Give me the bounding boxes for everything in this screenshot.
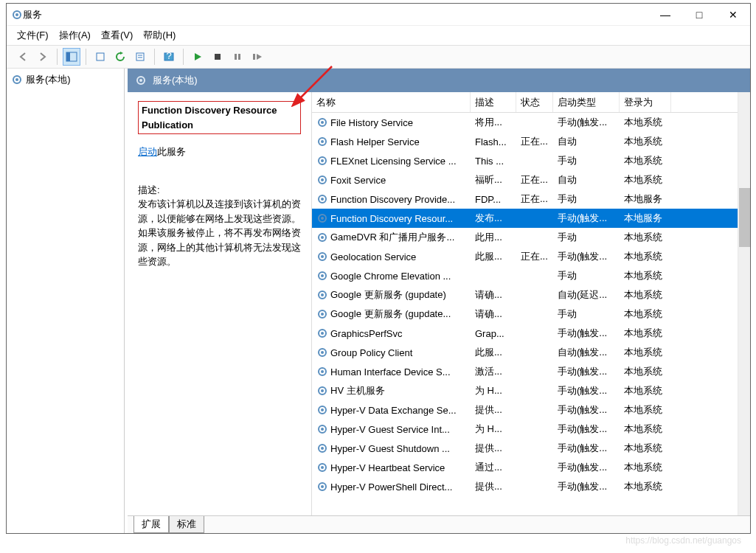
refresh-button[interactable] — [111, 48, 129, 66]
close-button[interactable]: ✕ — [716, 4, 750, 26]
service-start: 手动(触发... — [553, 365, 620, 378]
service-row[interactable]: Hyper-V Heartbeat Service通过...手动(触发...本地… — [312, 458, 738, 477]
col-start[interactable]: 启动类型 — [553, 92, 620, 112]
service-name: Function Discovery Provide... — [330, 194, 455, 205]
service-desc: Flash... — [471, 136, 516, 147]
service-state: 正在... — [516, 192, 553, 206]
menu-help[interactable]: 帮助(H) — [143, 29, 176, 42]
svg-point-44 — [321, 351, 324, 354]
description-text: 发布该计算机以及连接到该计算机的资源，以便能够在网络上发现这些资源。如果该服务被… — [138, 197, 301, 269]
show-hide-tree-button[interactable] — [63, 48, 80, 66]
service-row[interactable]: HV 主机服务为 H...手动(触发...本地系统 — [312, 381, 738, 400]
service-row[interactable]: Foxit Service福昕...正在...自动本地系统 — [312, 170, 738, 189]
service-start: 手动(触发... — [553, 403, 620, 417]
service-row[interactable]: Google 更新服务 (gupdate...请确...手动本地系统 — [312, 305, 738, 324]
gear-icon — [316, 155, 328, 167]
svg-point-42 — [321, 332, 324, 335]
scrollbar[interactable] — [738, 92, 750, 515]
service-logon: 本地系统 — [620, 116, 671, 129]
nav-services-local[interactable]: 服务(本地) — [7, 72, 124, 88]
service-name: Hyper-V Guest Service Int... — [330, 424, 450, 435]
service-row[interactable]: Hyper-V Data Exchange Se...提供...手动(触发...… — [312, 400, 738, 420]
play-icon — [193, 52, 202, 61]
service-row[interactable]: Google 更新服务 (gupdate)请确...自动(延迟...本地系统 — [312, 285, 738, 305]
service-row[interactable]: Flash Helper ServiceFlash...正在...自动本地系统 — [312, 132, 738, 151]
svg-point-52 — [321, 428, 324, 431]
back-button[interactable] — [14, 48, 32, 66]
service-name: Google Chrome Elevation ... — [330, 271, 451, 282]
menu-action[interactable]: 操作(A) — [59, 29, 91, 42]
service-desc: 此用... — [471, 231, 516, 244]
service-logon: 本地系统 — [620, 327, 671, 340]
forward-button[interactable] — [34, 48, 52, 66]
svg-rect-4 — [66, 52, 70, 61]
view-tabs: 扩展 标准 — [128, 515, 750, 533]
service-row[interactable]: Hyper-V Guest Service Int...为 H...手动(触发.… — [312, 420, 738, 439]
service-logon: 本地系统 — [620, 307, 671, 321]
tab-standard[interactable]: 标准 — [169, 516, 204, 533]
stop-service-button[interactable] — [209, 48, 226, 66]
start-service-button[interactable] — [189, 48, 207, 66]
service-row[interactable]: GraphicsPerfSvcGrap...手动(触发...本地系统 — [312, 324, 738, 343]
service-logon: 本地系统 — [620, 135, 671, 148]
gear-icon — [316, 174, 328, 186]
gear-icon — [316, 481, 328, 493]
service-start: 自动 — [553, 173, 620, 187]
service-row[interactable]: Geolocation Service此服...正在...手动(触发...本地系… — [312, 247, 738, 266]
svg-point-24 — [321, 159, 324, 162]
tab-extended[interactable]: 扩展 — [133, 516, 169, 533]
scrollbar-handle[interactable] — [739, 188, 750, 247]
service-start: 手动 — [553, 192, 620, 206]
service-logon: 本地系统 — [620, 173, 671, 187]
col-logon[interactable]: 登录为 — [620, 92, 671, 112]
properties-button[interactable] — [131, 48, 149, 66]
service-logon: 本地系统 — [620, 365, 671, 378]
help-button[interactable]: ? — [160, 48, 178, 66]
service-logon: 本地系统 — [620, 480, 671, 493]
service-desc: Grap... — [471, 328, 516, 339]
col-desc[interactable]: 描述 — [471, 92, 516, 112]
service-start: 手动(触发... — [553, 461, 620, 474]
service-row[interactable]: Group Policy Client此服...自动(触发...本地系统 — [312, 343, 738, 362]
svg-point-50 — [321, 408, 324, 411]
service-desc: 提供... — [471, 442, 516, 455]
service-row[interactable]: FLEXnet Licensing Service ...This ...手动本… — [312, 151, 738, 170]
service-start: 自动(触发... — [553, 346, 620, 359]
svg-point-20 — [321, 121, 324, 124]
service-name: HV 主机服务 — [330, 384, 385, 397]
service-row[interactable]: Hyper-V PowerShell Direct...提供...手动(触发..… — [312, 477, 738, 496]
arrow-left-icon — [18, 52, 28, 62]
service-row[interactable]: Google Chrome Elevation ...手动本地系统 — [312, 266, 738, 285]
col-state[interactable]: 状态 — [516, 92, 553, 112]
content-title: 服务(本地) — [153, 74, 198, 87]
svg-line-0 — [299, 66, 332, 100]
service-row[interactable]: Hyper-V Guest Shutdown ...提供...手动(触发...本… — [312, 439, 738, 458]
svg-point-36 — [321, 274, 324, 277]
svg-point-16 — [15, 78, 18, 81]
menu-view[interactable]: 查看(V) — [101, 29, 133, 42]
start-link[interactable]: 启动 — [138, 146, 157, 157]
gear-icon — [135, 74, 147, 86]
service-row[interactable]: File History Service将用...手动(触发...本地系统 — [312, 113, 738, 132]
maximize-button[interactable]: □ — [682, 4, 716, 26]
service-desc: 福昕... — [471, 173, 516, 187]
service-start: 自动(延迟... — [553, 288, 620, 302]
service-row[interactable]: GameDVR 和广播用户服务...此用...手动本地系统 — [312, 228, 738, 247]
content-header: 服务(本地) — [128, 69, 750, 92]
restart-service-button[interactable] — [249, 48, 266, 66]
detail-pane: Function Discovery Resource Publication … — [128, 92, 312, 515]
service-desc: 通过... — [471, 461, 516, 474]
pause-service-button[interactable] — [229, 48, 246, 66]
service-row[interactable]: Function Discovery Provide...FDP...正在...… — [312, 189, 738, 209]
gear-icon — [316, 462, 328, 473]
export-button[interactable] — [91, 48, 109, 66]
service-logon: 本地系统 — [620, 346, 671, 359]
gear-icon — [316, 212, 328, 224]
menu-file[interactable]: 文件(F) — [17, 29, 49, 42]
gear-icon — [316, 232, 328, 243]
service-row[interactable]: Human Interface Device S...激活...手动(触发...… — [312, 362, 738, 381]
service-desc: 为 H... — [471, 384, 516, 397]
minimize-button[interactable]: — — [648, 4, 682, 26]
col-name[interactable]: 名称 — [312, 92, 471, 112]
service-row[interactable]: Function Discovery Resour...发布...手动(触发..… — [312, 209, 738, 228]
